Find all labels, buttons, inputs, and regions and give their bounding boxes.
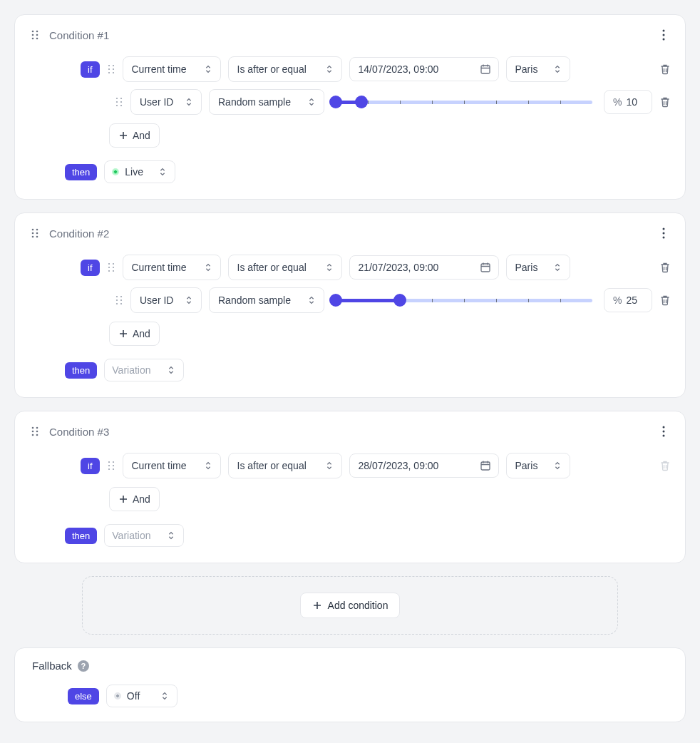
svg-point-31: [108, 263, 109, 265]
then-badge: then: [65, 164, 97, 180]
datetime-input[interactable]: 28/07/2023, 09:00: [349, 454, 499, 478]
slider-thumb-low[interactable]: [329, 96, 342, 108]
svg-point-11: [108, 68, 109, 70]
operator-select[interactable]: Is after or equal: [228, 56, 342, 82]
svg-point-42: [116, 303, 118, 304]
status-dot-live-icon: [112, 168, 119, 175]
svg-point-16: [116, 98, 118, 99]
drag-handle-icon[interactable]: [29, 29, 41, 41]
condition-card: Condition #3 if Current time Is after or…: [14, 411, 686, 563]
datetime-input[interactable]: 21/07/2023, 09:00: [349, 255, 499, 280]
chevron-sort-icon: [307, 97, 316, 107]
operator-select[interactable]: Random sample: [209, 287, 324, 313]
drag-handle-icon[interactable]: [29, 227, 41, 239]
svg-point-26: [32, 236, 34, 238]
svg-point-25: [36, 232, 38, 235]
add-condition-button[interactable]: Add condition: [300, 593, 401, 618]
chevron-sort-icon: [166, 531, 176, 540]
row-drag-icon[interactable]: [107, 63, 115, 75]
slider-thumb-high[interactable]: [393, 294, 406, 307]
condition-menu-button[interactable]: [657, 28, 671, 42]
svg-point-47: [36, 431, 38, 433]
then-status-select[interactable]: Variation: [104, 524, 184, 547]
operator-select[interactable]: Random sample: [209, 89, 324, 115]
row-drag-icon[interactable]: [115, 294, 123, 306]
svg-point-4: [32, 38, 34, 40]
condition-card: Condition #2 if Current time Is after or…: [14, 212, 686, 398]
delete-rule-button[interactable]: [659, 294, 671, 306]
svg-point-20: [116, 105, 118, 106]
slider-thumb-low[interactable]: [329, 294, 342, 307]
then-status-select[interactable]: Live: [104, 160, 175, 183]
svg-point-56: [112, 465, 113, 466]
drag-handle-icon[interactable]: [29, 426, 41, 437]
svg-point-19: [120, 101, 122, 103]
percent-slider[interactable]: [336, 89, 592, 115]
fallback-status-select[interactable]: Off: [106, 685, 177, 707]
calendar-icon: [480, 63, 491, 75]
svg-point-21: [120, 105, 122, 106]
else-badge: else: [68, 688, 99, 704]
svg-rect-15: [481, 66, 490, 73]
svg-point-13: [108, 72, 109, 73]
field-select[interactable]: Current time: [123, 255, 221, 280]
condition-title: Condition #1: [49, 29, 648, 41]
svg-point-6: [663, 30, 665, 32]
timezone-label: Paris: [515, 63, 538, 75]
svg-point-40: [116, 299, 118, 301]
field-select[interactable]: User ID: [130, 287, 202, 313]
row-drag-icon[interactable]: [107, 262, 115, 273]
condition-menu-button[interactable]: [657, 424, 671, 439]
svg-point-57: [108, 468, 109, 470]
row-drag-icon[interactable]: [115, 96, 123, 108]
field-select[interactable]: Current time: [123, 56, 221, 82]
datetime-input[interactable]: 14/07/2023, 09:00: [349, 57, 499, 81]
operator-select-label: Random sample: [218, 96, 291, 108]
svg-point-30: [663, 237, 665, 239]
condition-card: Condition #1 if Current time Is after or…: [14, 14, 686, 200]
svg-point-5: [36, 38, 38, 40]
slider-thumb-high[interactable]: [355, 96, 368, 108]
add-and-button[interactable]: And: [109, 487, 160, 511]
chevron-sort-icon: [184, 97, 194, 107]
delete-rule-button[interactable]: [659, 262, 671, 273]
svg-point-36: [112, 270, 113, 272]
timezone-select[interactable]: Paris: [506, 56, 570, 82]
add-and-button[interactable]: And: [109, 322, 160, 346]
rule-row: if Current time Is after or equal 28/07/…: [29, 453, 671, 478]
operator-select[interactable]: Is after or equal: [228, 453, 342, 478]
delete-rule-button: [659, 460, 671, 471]
svg-point-17: [120, 98, 122, 99]
timezone-select[interactable]: Paris: [506, 255, 570, 280]
operator-select[interactable]: Is after or equal: [228, 255, 342, 280]
delete-rule-button[interactable]: [659, 96, 671, 108]
fallback-title: Fallback: [32, 660, 72, 672]
help-icon[interactable]: ?: [78, 660, 89, 672]
percent-input[interactable]: % 10: [604, 90, 652, 114]
chevron-sort-icon: [184, 295, 194, 305]
delete-rule-button[interactable]: [659, 63, 671, 75]
then-status-select[interactable]: Variation: [104, 359, 184, 381]
field-select[interactable]: Current time: [123, 453, 221, 478]
svg-point-51: [663, 431, 665, 433]
condition-header: Condition #2: [29, 226, 671, 240]
percent-slider[interactable]: [336, 287, 592, 313]
svg-point-48: [32, 434, 34, 436]
svg-point-54: [112, 461, 113, 463]
svg-point-18: [116, 101, 118, 103]
add-and-button[interactable]: And: [109, 123, 160, 148]
row-drag-icon[interactable]: [107, 460, 115, 471]
svg-point-34: [112, 267, 113, 268]
svg-point-12: [112, 68, 113, 70]
timezone-select[interactable]: Paris: [506, 453, 570, 478]
calendar-icon: [480, 460, 491, 471]
field-select[interactable]: User ID: [130, 89, 202, 115]
chevron-sort-icon: [307, 295, 316, 305]
condition-menu-button[interactable]: [657, 226, 671, 240]
svg-point-32: [112, 263, 113, 265]
chevron-sort-icon: [324, 64, 334, 74]
svg-point-46: [32, 431, 34, 433]
percent-input[interactable]: % 25: [604, 288, 652, 312]
fallback-card: Fallback ? else Off: [14, 647, 686, 722]
svg-rect-59: [481, 462, 490, 470]
